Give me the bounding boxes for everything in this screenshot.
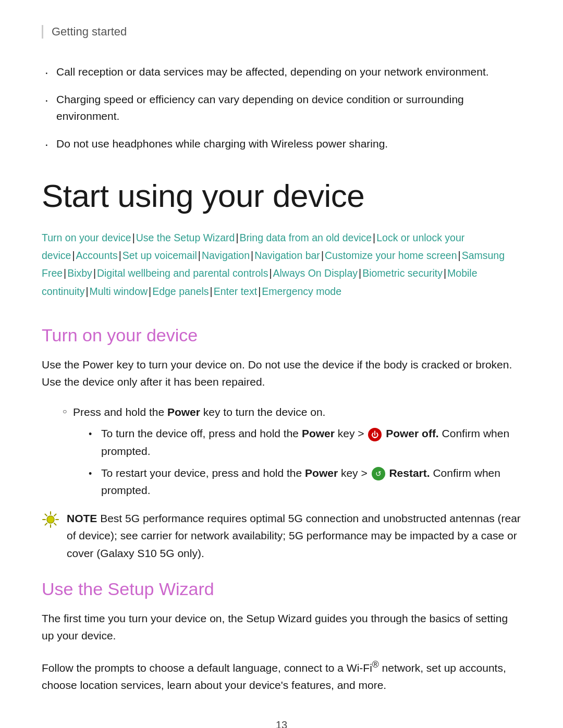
power-bold-3: Power [305,467,338,479]
svg-point-11 [43,519,44,520]
restart-label: Restart. [389,467,430,479]
power-off-label: Power off. [386,427,439,439]
toc-links: Turn on your device|Use the Setup Wizard… [42,229,521,300]
restart-icon: ↺ [372,467,385,480]
toc-link-digital-wellbeing[interactable]: Digital wellbeing and parental controls [97,267,268,279]
svg-line-6 [54,523,56,525]
note-sun-icon [42,511,59,528]
intro-bullet-2: Charging speed or efficiency can vary de… [42,91,521,125]
toc-link-home-screen[interactable]: Customize your home screen [325,250,457,261]
svg-line-5 [45,514,47,516]
setup-wizard-para-2: Follow the prompts to choose a default l… [42,657,521,694]
toc-link-multi-window[interactable]: Multi window [89,286,148,297]
nested-item-restart: To restart your device, press and hold t… [89,464,521,499]
turn-on-sub-list: Press and hold the Power key to turn the… [63,403,521,499]
page-container: Getting started Call reception or data s… [0,0,563,728]
power-bold-1: Power [167,406,200,418]
nested-list-power: To turn the device off, press and hold t… [89,425,521,499]
svg-line-8 [45,523,47,525]
toc-link-navigation[interactable]: Navigation [202,250,250,261]
power-bold-2: Power [302,427,335,439]
page-header-title: Getting started [52,25,127,38]
page-number: 13 [42,719,521,728]
toc-link-biometric[interactable]: Biometric security [362,267,443,279]
toc-link-nav-bar[interactable]: Navigation bar [254,250,320,261]
intro-bullets-list: Call reception or data services may be a… [42,64,521,152]
toc-link-bixby[interactable]: Bixby [67,267,92,279]
toc-link-enter-text[interactable]: Enter text [214,286,257,297]
toc-link-edge-panels[interactable]: Edge panels [152,286,209,297]
toc-link-bring-data[interactable]: Bring data from an old device [239,232,372,243]
svg-point-9 [50,512,51,513]
svg-line-7 [54,514,56,516]
turn-on-intro: Use the Power key to turn your device on… [42,356,521,391]
page-header: Getting started [42,25,521,39]
note-text: NOTE Best 5G performance requires optima… [67,510,521,562]
power-off-icon: ⏻ [368,428,382,441]
toc-link-turn-on[interactable]: Turn on your device [42,232,131,243]
main-heading: Start using your device [42,177,521,214]
toc-link-accounts[interactable]: Accounts [76,250,117,261]
svg-point-0 [47,516,54,523]
nested-item-power-off: To turn the device off, press and hold t… [89,425,521,460]
toc-link-emergency-mode[interactable]: Emergency mode [262,286,341,297]
section-heading-turn-on: Turn on your device [42,325,521,346]
toc-link-voicemail[interactable]: Set up voicemail [123,250,197,261]
toc-link-setup-wizard[interactable]: Use the Setup Wizard [136,232,235,243]
section-heading-setup-wizard: Use the Setup Wizard [42,579,521,599]
intro-bullet-1: Call reception or data services may be a… [42,64,521,81]
intro-bullet-3: Do not use headphones while charging wit… [42,135,521,153]
svg-point-10 [50,525,51,526]
note-block: NOTE Best 5G performance requires optima… [42,510,521,562]
toc-link-aod[interactable]: Always On Display [273,267,358,279]
setup-wizard-para-1: The first time you turn your device on, … [42,610,521,645]
note-label: NOTE [67,512,97,524]
svg-point-12 [56,519,57,520]
sub-list-item-press-hold: Press and hold the Power key to turn the… [63,403,521,499]
